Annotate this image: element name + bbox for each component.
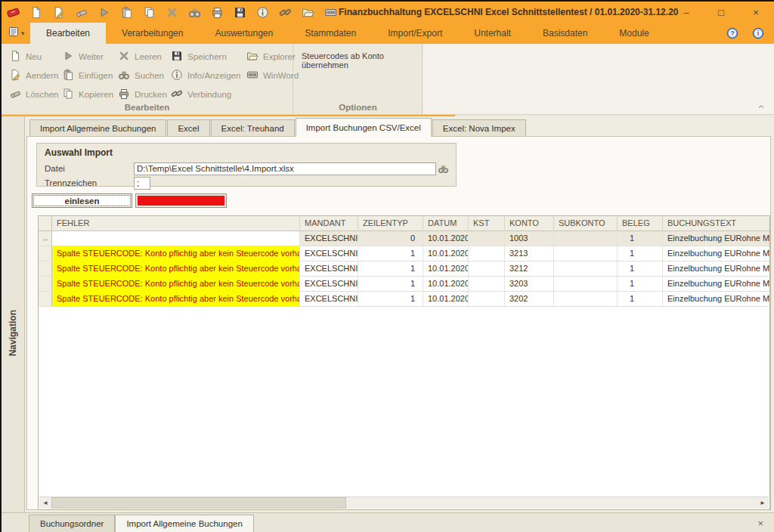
page-tab-excel-nova-impex[interactable]: Excel: Nova Impex <box>432 119 526 137</box>
einfügen-button[interactable]: Einfügen <box>59 66 115 85</box>
cell-kst <box>469 277 505 291</box>
info-anzeigen-button[interactable]: Info/Anzeigen <box>168 66 243 85</box>
redacted-button[interactable] <box>135 193 227 208</box>
steuercodes-option[interactable]: Steuercodes ab Konto übernehmen <box>294 44 422 70</box>
new-page-icon[interactable] <box>29 5 43 20</box>
menu-tab-auswertungen[interactable]: Auswertungen <box>199 23 289 44</box>
ribbon-collapse-button[interactable] <box>756 101 768 111</box>
action-buttons: einlesen <box>32 193 227 209</box>
menu-tabs: BearbeitenVerarbeitungenAuswertungenStam… <box>30 23 665 44</box>
menu-tab-bearbeiten[interactable]: Bearbeiten <box>30 23 106 44</box>
datei-input[interactable] <box>134 162 436 175</box>
table-row[interactable]: Spalte STEUERCODE: Konto pflichtig aber … <box>39 246 769 261</box>
minimize-button[interactable]: – <box>679 7 694 18</box>
menu-tab-basisdaten[interactable]: Basisdaten <box>527 23 603 44</box>
paste-icon <box>62 69 74 82</box>
ribbon-button-label: Drucken <box>135 90 167 99</box>
suchen-button[interactable]: Suchen <box>115 66 168 85</box>
page-tab-excel[interactable]: Excel <box>167 119 209 137</box>
column-header-konto[interactable]: KONTO <box>505 216 554 231</box>
bottom-tab-import-allgemeine-buchungen[interactable]: Import Allgemeine Buchungen <box>115 515 253 532</box>
aendern-button[interactable]: Aendern <box>6 66 59 85</box>
folder-open-icon[interactable] <box>301 5 315 20</box>
import-result-grid[interactable]: FEHLERMANDANTZEILENTYPDATUMKSTKONTOSUBKO… <box>38 215 770 510</box>
menu-tab-stammdaten[interactable]: Stammdaten <box>289 23 372 44</box>
weiter-button[interactable]: Weiter <box>59 47 115 66</box>
table-row[interactable]: Spalte STEUERCODE: Konto pflichtig aber … <box>39 277 769 292</box>
page-tab-import-allgemeine-buchungen[interactable]: Import Allgemeine Buchungen <box>29 119 166 137</box>
groupbox-title: Auswahl Import <box>37 144 456 158</box>
import-csv-excel-page: Auswahl Import Datei Trennzeichen einles… <box>26 136 771 510</box>
cell-mandant: EXCELSCHNI <box>300 231 358 246</box>
column-header-buchungstext[interactable]: BUCHUNGSTEXT <box>663 216 770 231</box>
print-icon[interactable] <box>210 5 224 20</box>
help-circle-icon[interactable]: ? <box>725 26 739 41</box>
menu-tab-module[interactable]: Module <box>603 23 664 44</box>
table-row[interactable]: Spalte STEUERCODE: Konto pflichtig aber … <box>39 261 769 277</box>
browse-file-button[interactable] <box>436 162 450 175</box>
paste-icon[interactable] <box>119 5 134 20</box>
winword-icon[interactable] <box>324 5 338 20</box>
page-tab-import-buchungen-csv-excel[interactable]: Import Buchungen CSV/Excel <box>296 118 432 137</box>
link-icon[interactable] <box>278 5 293 20</box>
delete-x-icon[interactable] <box>165 5 179 20</box>
row-selector[interactable] <box>39 246 52 261</box>
bottom-tab-buchungsordner[interactable]: Buchungsordner <box>29 515 115 532</box>
trennzeichen-input[interactable] <box>134 177 150 190</box>
scroll-left-arrow[interactable]: ◄ <box>39 497 51 509</box>
eraser-icon[interactable] <box>74 5 88 20</box>
row-selector[interactable] <box>39 277 52 291</box>
scrollbar-thumb[interactable] <box>51 497 346 509</box>
drucken-button[interactable]: Drucken <box>115 85 168 104</box>
maximize-button[interactable]: □ <box>714 7 729 18</box>
row-selector[interactable] <box>39 292 52 306</box>
page-tab-excel-treuhand[interactable]: Excel: Treuhand <box>211 119 295 137</box>
binoculars-icon[interactable] <box>187 5 202 20</box>
column-header-kst[interactable]: KST <box>469 216 505 231</box>
menu-tab-import-export[interactable]: Import/Export <box>372 23 458 44</box>
ribbon-button-label: Neu <box>26 52 42 61</box>
info-circle-icon[interactable]: i <box>751 26 765 41</box>
tab-page-area: Import Allgemeine BuchungenExcelExcel: T… <box>25 116 774 512</box>
bottom-tabs: BuchungsordnerImport Allgemeine Buchunge… <box>2 513 254 532</box>
löschen-button[interactable]: Löschen <box>6 85 59 104</box>
close-button[interactable]: × <box>748 7 763 18</box>
speichern-button[interactable]: Speichern <box>168 47 243 66</box>
column-header-subkonto[interactable]: SUBKONTO <box>554 216 618 231</box>
column-header-fehler[interactable]: FEHLER <box>52 216 300 231</box>
scroll-right-arrow[interactable]: ► <box>757 497 769 509</box>
leeren-button[interactable]: Leeren <box>115 47 168 66</box>
ribbon-group-label: Optionen <box>294 103 422 112</box>
close-panel-icon[interactable]: × <box>757 518 774 532</box>
kopieren-button[interactable]: Kopieren <box>59 85 115 104</box>
save-icon[interactable] <box>233 5 247 20</box>
app-menu-button[interactable]: ▾ <box>2 23 30 44</box>
cell-kst <box>469 246 505 261</box>
edit-icon[interactable] <box>51 5 66 20</box>
column-header-datum[interactable]: DATUM <box>423 216 469 231</box>
cell-datum: 10.01.2020 <box>423 277 469 291</box>
horizontal-scrollbar[interactable]: ◄ ► <box>39 496 769 509</box>
einlesen-button[interactable]: einlesen <box>32 193 132 208</box>
current-row-arrow[interactable]: → <box>39 231 52 246</box>
column-header-beleg[interactable]: BELEG <box>618 216 663 231</box>
redaction-bar <box>138 196 224 206</box>
cell-zeilentyp: 1 <box>358 246 423 261</box>
table-row[interactable]: →EXCELSCHNI010.01.202010031Einzelbuchung… <box>39 231 769 246</box>
column-header-mandant[interactable]: MANDANT <box>300 216 358 231</box>
menu-tab-verarbeitungen[interactable]: Verarbeitungen <box>106 23 199 44</box>
menu-tab-unterhalt[interactable]: Unterhalt <box>458 23 527 44</box>
app-icon[interactable] <box>6 5 20 20</box>
print-icon <box>118 88 130 101</box>
row-selector[interactable] <box>39 261 52 276</box>
info-icon[interactable] <box>255 5 270 20</box>
neu-button[interactable]: Neu <box>6 47 59 66</box>
table-row[interactable]: Spalte STEUERCODE: Konto pflichtig aber … <box>39 292 769 307</box>
copy-icon[interactable] <box>142 5 156 20</box>
column-header-zeilentyp[interactable]: ZEILENTYP <box>358 216 423 231</box>
info-icon <box>171 69 183 82</box>
play-icon[interactable] <box>97 5 111 20</box>
verbindung-button[interactable]: Verbindung <box>168 85 243 104</box>
navigation-strip[interactable]: Navigation <box>2 116 25 512</box>
cell-buchungstext: Einzelbuchung EURohne MWST <box>663 277 770 291</box>
